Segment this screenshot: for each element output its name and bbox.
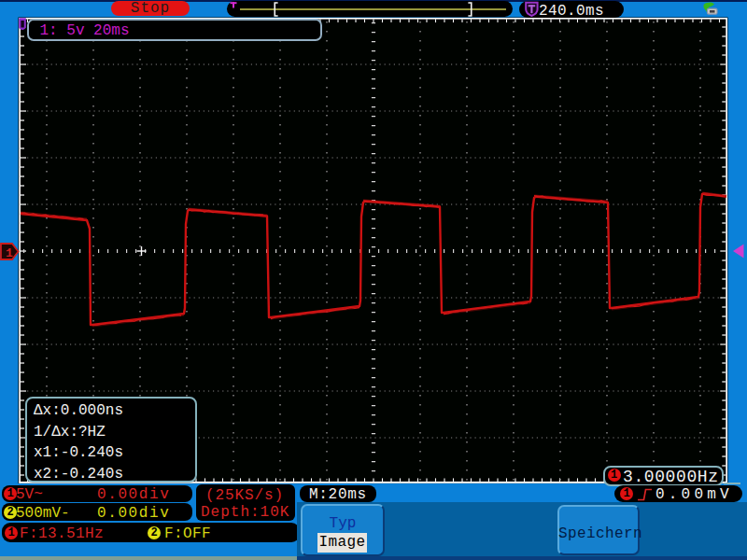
svg-text:1: 1 [6,246,13,260]
